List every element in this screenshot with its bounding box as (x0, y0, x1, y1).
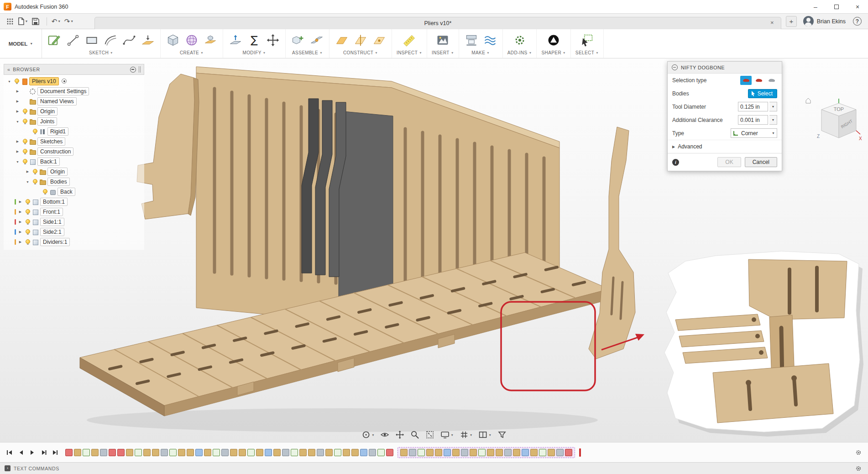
expand-arrow-icon[interactable] (6, 80, 12, 83)
timeline-feature-icon[interactable] (282, 449, 289, 456)
settings-gear-icon[interactable] (853, 463, 863, 474)
tab-close-icon[interactable]: × (768, 19, 776, 26)
visibility-bulb-icon[interactable] (32, 128, 38, 135)
tree-item-label[interactable]: Back (58, 188, 75, 196)
tree-item[interactable]: Pliers v10 (4, 76, 144, 86)
offset-tool-icon[interactable] (103, 32, 118, 48)
ribbon-group-label[interactable]: INSPECT▼ (397, 50, 422, 55)
timeline-feature-icon[interactable] (109, 449, 116, 456)
orbit-icon[interactable]: ▼ (361, 430, 374, 439)
new-solid-icon[interactable] (165, 32, 181, 48)
timeline-feature-icon[interactable] (565, 449, 572, 456)
timeline-feature-icon[interactable] (351, 449, 359, 456)
bodies-select-button[interactable]: Select (748, 89, 777, 98)
expand-arrow-icon[interactable] (15, 100, 21, 103)
text-commands-icon[interactable]: › (5, 465, 10, 471)
move-copy-icon[interactable] (265, 32, 281, 48)
selection-type-body-button[interactable] (740, 76, 752, 85)
ribbon-group-label[interactable]: SELECT▼ (575, 50, 599, 55)
timeline-feature-icon[interactable] (461, 449, 468, 456)
shaper-icon[interactable] (546, 32, 561, 48)
timeline-feature-icon[interactable] (74, 449, 81, 456)
timeline-feature-icon[interactable] (256, 449, 263, 456)
skip-to-end-button[interactable] (50, 448, 60, 458)
additional-clearance-input[interactable] (738, 115, 768, 125)
expand-arrow-icon[interactable] (17, 200, 23, 204)
timeline-feature-icon[interactable] (230, 449, 237, 456)
expand-arrow-icon[interactable] (15, 160, 21, 163)
expand-arrow-icon[interactable] (15, 110, 21, 113)
visibility-bulb-icon[interactable] (22, 108, 28, 115)
tree-item[interactable]: Back:1 (4, 157, 144, 167)
timeline-feature-icon[interactable] (470, 449, 477, 456)
zoom-icon[interactable] (411, 430, 420, 439)
project-geometry-icon[interactable] (140, 32, 156, 48)
visibility-bulb-icon[interactable] (25, 229, 31, 236)
browser-header[interactable]: « BROWSER (4, 64, 144, 75)
timeline-feature-icon[interactable] (444, 449, 451, 456)
tree-item-label[interactable]: Side1:1 (40, 218, 64, 226)
timeline-feature-icon[interactable] (556, 449, 564, 456)
tree-item-label[interactable]: Named Views (37, 97, 77, 105)
ribbon-group-label[interactable]: ADD-INS▼ (507, 50, 532, 55)
timeline-feature-icon[interactable] (213, 449, 220, 456)
timeline-feature-icon[interactable] (435, 449, 442, 456)
joint-tool-icon[interactable] (309, 32, 324, 48)
tree-item-label[interactable]: Joints (37, 117, 57, 126)
text-commands-label[interactable]: TEXT COMMANDS (14, 466, 850, 471)
timeline-feature-icon[interactable] (426, 449, 434, 456)
timeline-feature-icon[interactable] (152, 449, 159, 456)
expand-arrow-icon[interactable] (17, 240, 23, 244)
expand-arrow-icon[interactable] (17, 210, 23, 214)
tool-diameter-dropdown-icon[interactable]: ▼ (769, 102, 777, 111)
timeline-feature-icon[interactable] (187, 449, 194, 456)
expand-arrow-icon[interactable] (15, 150, 21, 153)
timeline-feature-icon[interactable] (487, 449, 494, 456)
collapse-panel-icon[interactable]: « (7, 67, 10, 72)
timeline-feature-icon[interactable] (513, 449, 520, 456)
workspace-selector[interactable]: MODEL▼ (0, 29, 42, 58)
tree-item[interactable]: Construction (4, 147, 144, 157)
info-icon[interactable]: i (672, 159, 679, 166)
tree-item[interactable]: Front:1 (4, 207, 144, 217)
timeline-feature-icon[interactable] (204, 449, 211, 456)
side1-panel-body[interactable] (137, 74, 199, 219)
panel-grip-icon[interactable] (139, 66, 141, 73)
visibility-bulb-icon[interactable] (42, 189, 48, 195)
expand-arrow-icon[interactable] (15, 140, 21, 143)
tree-item-label[interactable]: Pliers v10 (29, 77, 59, 85)
grid-settings-icon[interactable]: ▼ (460, 430, 472, 439)
tree-item-label[interactable]: Rigid1 (47, 127, 68, 136)
additive-icon[interactable] (482, 32, 498, 48)
timeline-feature-icon[interactable] (343, 449, 350, 456)
tree-item-label[interactable]: Origin (37, 107, 58, 116)
visibility-bulb-icon[interactable] (25, 239, 31, 246)
create-sketch-icon[interactable] (47, 32, 62, 48)
press-pull-icon[interactable] (228, 32, 243, 48)
visibility-bulb-icon[interactable] (22, 98, 28, 105)
timeline-feature-icon[interactable] (265, 449, 272, 456)
ribbon-group-label[interactable]: ASSEMBLE▼ (292, 50, 323, 55)
tree-item[interactable]: Rigid1 (4, 126, 144, 137)
step-back-button[interactable] (16, 448, 26, 458)
timeline-options-gear-icon[interactable] (853, 448, 863, 458)
timeline-feature-icon[interactable] (135, 449, 142, 456)
timeline-feature-icon[interactable] (83, 449, 90, 456)
ribbon-group-label[interactable]: MAKE▼ (471, 50, 490, 55)
create-form-icon[interactable] (184, 32, 199, 48)
visibility-bulb-icon[interactable] (22, 118, 28, 125)
timeline-feature-icon[interactable] (247, 449, 255, 456)
timeline-feature-icon[interactable] (478, 449, 486, 456)
advanced-section-toggle[interactable]: ▶Advanced (668, 140, 782, 153)
type-dropdown[interactable]: Corner ▼ (731, 128, 777, 138)
timeline-feature-icon[interactable] (530, 449, 538, 456)
tree-item[interactable]: Dividers:1 (4, 237, 144, 247)
timeline-feature-icon[interactable] (221, 449, 229, 456)
timeline-feature-icon[interactable] (539, 449, 546, 456)
tree-item-label[interactable]: Bottom:1 (40, 198, 68, 206)
tree-item[interactable]: Back (4, 187, 144, 197)
insert-canvas-icon[interactable] (435, 32, 450, 48)
rectangle-tool-icon[interactable] (84, 32, 99, 48)
timeline-feature-icon[interactable] (117, 449, 125, 456)
spline-tool-icon[interactable] (121, 32, 137, 48)
